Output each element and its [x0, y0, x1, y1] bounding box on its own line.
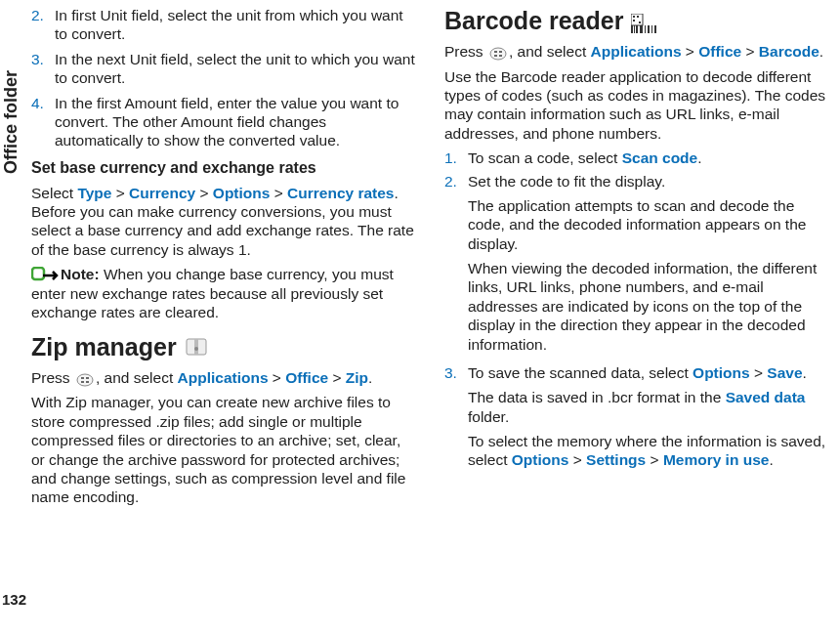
svg-rect-17 [640, 25, 643, 33]
step-item: 2.In first Unit field, select the unit f… [31, 6, 417, 44]
zip-press-paragraph: Press , and select Applications > Office… [31, 368, 417, 387]
svg-rect-5 [81, 377, 84, 379]
svg-rect-23 [494, 51, 497, 53]
svg-rect-6 [86, 377, 89, 379]
note-label: Note: [61, 266, 100, 282]
page-number: 132 [2, 591, 26, 610]
menu-key-icon [489, 46, 507, 60]
step-number: 2. [444, 172, 468, 360]
step-item: 1.To scan a code, select Scan code. [444, 148, 830, 167]
svg-rect-7 [81, 381, 84, 383]
step-number: 3. [444, 363, 468, 476]
svg-rect-13 [639, 21, 641, 23]
svg-rect-26 [499, 55, 502, 57]
step-item: 3.In the next Unit field, select the uni… [31, 50, 417, 88]
note-icon [31, 267, 59, 284]
svg-rect-12 [633, 20, 635, 21]
currency-path-paragraph: Select Type > Currency > Options > Curre… [31, 184, 417, 260]
step-number: 4. [31, 94, 55, 150]
svg-rect-9 [631, 14, 643, 25]
zip-heading-text: Zip manager [31, 332, 177, 362]
barcode-steps-list: 1.To scan a code, select Scan code.2.Set… [444, 148, 830, 476]
step-number: 3. [31, 50, 55, 88]
barcode-press-paragraph: Press , and select Applications > Office… [444, 42, 830, 61]
converter-steps-list: 2.In first Unit field, select the unit f… [31, 6, 417, 150]
svg-rect-25 [494, 55, 497, 57]
step-subparagraph: The application attempts to scan and dec… [468, 196, 830, 253]
step-subparagraph: The data is saved in .bcr format in the … [468, 388, 830, 426]
svg-rect-14 [631, 25, 633, 33]
step-subparagraph: When viewing the decoded information, th… [468, 259, 830, 354]
zip-body: With Zip manager, you can create new arc… [31, 393, 417, 506]
step-number: 2. [31, 6, 55, 44]
svg-rect-10 [633, 16, 635, 18]
svg-rect-0 [32, 268, 44, 279]
svg-rect-16 [636, 25, 638, 33]
svg-rect-8 [86, 381, 89, 383]
step-body: To save the scanned data, select Options… [468, 363, 830, 476]
svg-rect-21 [654, 25, 656, 33]
svg-point-22 [490, 48, 506, 60]
subheading-base-currency: Set base currency and exchange rates [31, 158, 417, 178]
side-tab-label: Office folder [0, 0, 21, 635]
content-columns: 2.In first Unit field, select the unit f… [31, 6, 830, 629]
step-number: 1. [444, 148, 468, 167]
svg-rect-24 [499, 51, 502, 53]
right-column: Barcode reader [444, 6, 830, 629]
left-column: 2.In first Unit field, select the unit f… [31, 6, 417, 629]
note-paragraph: Note: When you change base currency, you… [31, 265, 417, 322]
menu-key-icon [76, 372, 94, 386]
svg-rect-15 [634, 25, 635, 33]
svg-rect-19 [648, 25, 650, 33]
step-subparagraph: To select the memory where the informati… [468, 432, 830, 470]
svg-rect-11 [637, 16, 639, 18]
step-text: In the next Unit field, select the unit … [55, 50, 417, 88]
step-text: In first Unit field, select the unit fro… [55, 6, 417, 44]
svg-rect-20 [651, 25, 652, 33]
barcode-heading-text: Barcode reader [444, 6, 623, 36]
step-body: Set the code to fit the display.The appl… [468, 172, 830, 360]
svg-point-4 [77, 374, 93, 386]
step-item: 2.Set the code to fit the display.The ap… [444, 172, 830, 360]
step-text: In the first Amount field, enter the val… [55, 94, 417, 150]
zip-heading: Zip manager [31, 332, 417, 362]
zip-icon [185, 335, 208, 359]
barcode-icon [631, 10, 654, 33]
step-body: To scan a code, select Scan code. [468, 148, 830, 167]
svg-rect-18 [645, 25, 646, 33]
step-item: 3.To save the scanned data, select Optio… [444, 363, 830, 476]
barcode-heading: Barcode reader [444, 6, 830, 36]
svg-point-3 [194, 347, 198, 351]
step-item: 4.In the first Amount field, enter the v… [31, 94, 417, 150]
barcode-body1: Use the Barcode reader application to de… [444, 67, 830, 144]
